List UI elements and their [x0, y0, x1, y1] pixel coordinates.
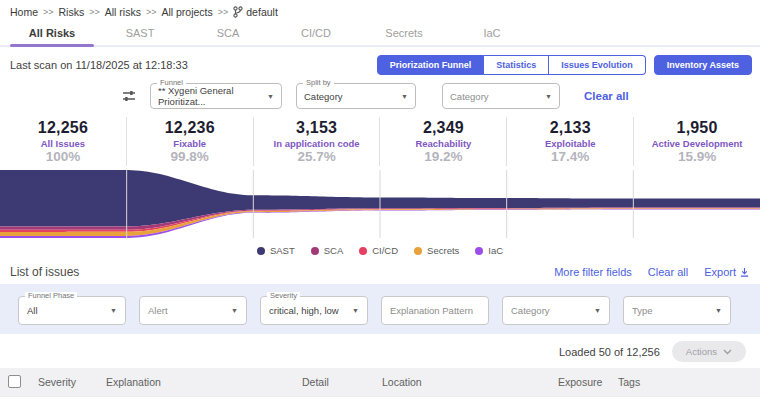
severity-label: Severity: [267, 292, 300, 300]
chevron-down-icon: ▼: [352, 307, 359, 314]
stat-label: Exploitable: [507, 138, 633, 149]
more-filter-fields-link[interactable]: More filter fields: [554, 266, 632, 278]
tab-cicd[interactable]: CI/CD: [272, 23, 360, 45]
stat-value: 2,133: [507, 119, 633, 137]
stat-percent: 17.4%: [507, 149, 633, 164]
severity-filter[interactable]: Severity critical, high, low ▼: [260, 296, 368, 325]
clear-all-link[interactable]: Clear all: [584, 90, 629, 102]
funnel-phase-filter[interactable]: Funnel Phase All ▼: [18, 296, 126, 325]
category-placeholder: Category: [511, 305, 550, 316]
breadcrumb-all-projects[interactable]: All projects: [161, 6, 212, 18]
legend-item-cicd[interactable]: CI/CD: [359, 245, 398, 256]
loaded-count: Loaded 50 of 12,256: [559, 346, 660, 358]
chevron-down-icon: ▼: [231, 307, 238, 314]
severity-value: critical, high, low: [269, 305, 339, 316]
funnel-phase-label: Funnel Phase: [25, 292, 77, 300]
priorization-funnel-button[interactable]: Priorization Funnel: [377, 55, 485, 75]
stat-percent: 100%: [0, 149, 126, 164]
stat-value: 1,950: [634, 119, 760, 137]
funnel-stats: 12,256 All Issues 100% 12,236 Fixable 99…: [0, 115, 760, 170]
issue-filters: Funnel Phase All ▼ Alert ▼ Severity crit…: [0, 284, 760, 334]
column-detail[interactable]: Detail: [302, 376, 382, 388]
stat-label: Reachability: [380, 138, 506, 149]
branch-name: default: [246, 6, 278, 18]
type-placeholder: Type: [632, 305, 653, 316]
legend-item-iac[interactable]: IaC: [475, 245, 503, 256]
legend-item-secrets[interactable]: Secrets: [414, 245, 459, 256]
view-toggle: Priorization Funnel Statistics Issues Ev…: [377, 55, 752, 75]
actions-label: Actions: [686, 346, 717, 357]
column-tags[interactable]: Tags: [618, 376, 736, 388]
last-scan-info: Last scan on 11/18/2025 at 12:18:33: [10, 59, 188, 71]
tune-filter-icon[interactable]: [122, 89, 136, 103]
alert-filter[interactable]: Alert ▼: [139, 296, 247, 325]
tab-sca[interactable]: SCA: [184, 23, 272, 45]
funnel-select[interactable]: Funnel ** Xygeni General Prioritizat... …: [150, 83, 282, 109]
split-by-label: Split by: [303, 79, 334, 87]
legend-label: IaC: [488, 245, 503, 256]
statistics-button[interactable]: Statistics: [484, 55, 549, 75]
chevron-down-icon: ▼: [259, 93, 274, 100]
legend-item-sast[interactable]: SAST: [257, 245, 295, 256]
stat-value: 12,236: [127, 119, 253, 137]
stat-label: Active Development: [634, 138, 760, 149]
breadcrumb-separator: >>: [43, 7, 54, 17]
stat-all-issues[interactable]: 12,256 All Issues 100%: [0, 117, 127, 166]
column-explanation[interactable]: Explanation: [106, 376, 302, 388]
chart-legend: SAST SCA CI/CD Secrets IaC: [0, 238, 760, 258]
chevron-down-icon: [723, 349, 732, 355]
stat-percent: 19.2%: [380, 149, 506, 164]
tab-secrets[interactable]: Secrets: [360, 23, 448, 45]
stat-fixable[interactable]: 12,236 Fixable 99.8%: [127, 117, 254, 166]
column-location[interactable]: Location: [382, 376, 558, 388]
explanation-pattern-filter[interactable]: [381, 296, 489, 325]
stat-percent: 25.7%: [254, 149, 380, 164]
legend-dot: [257, 247, 265, 255]
inventory-assets-button[interactable]: Inventory Assets: [654, 55, 752, 75]
stat-in-application-code[interactable]: 3,153 In application code 25.7%: [254, 117, 381, 166]
export-label: Export: [704, 266, 736, 278]
issue-row[interactable]: critical ## Duplicate Advisory This advi…: [0, 396, 760, 405]
category-select[interactable]: Category ▼: [442, 83, 560, 109]
select-all-checkbox[interactable]: [8, 375, 21, 388]
legend-label: CI/CD: [372, 245, 398, 256]
chevron-down-icon: ▼: [110, 307, 117, 314]
legend-dot: [359, 247, 367, 255]
priorization-funnel-chart: [0, 170, 760, 238]
breadcrumb-separator: >>: [218, 7, 229, 17]
split-by-select[interactable]: Split by Category ▼: [296, 83, 416, 109]
tab-all-risks[interactable]: All Risks: [8, 23, 96, 45]
split-by-value: Category: [304, 91, 343, 102]
stat-active-development[interactable]: 1,950 Active Development 15.9%: [634, 117, 760, 166]
issues-evolution-button[interactable]: Issues Evolution: [549, 55, 646, 75]
tab-sast[interactable]: SAST: [96, 23, 184, 45]
list-of-issues-title: List of issues: [10, 265, 79, 279]
legend-item-sca[interactable]: SCA: [311, 245, 344, 256]
category-select-placeholder: Category: [450, 91, 489, 102]
stat-reachability[interactable]: 2,349 Reachability 19.2%: [380, 117, 507, 166]
branch-selector[interactable]: default: [233, 6, 278, 18]
breadcrumb-home[interactable]: Home: [10, 6, 38, 18]
tab-iac[interactable]: IaC: [448, 23, 536, 45]
explanation-pattern-input[interactable]: [390, 305, 480, 316]
column-severity[interactable]: Severity: [38, 376, 84, 388]
stat-value: 2,349: [380, 119, 506, 137]
funnel-select-label: Funnel: [157, 79, 186, 87]
breadcrumb-risks[interactable]: Risks: [59, 6, 85, 18]
chevron-down-icon: ▼: [594, 307, 601, 314]
stat-label: In application code: [254, 138, 380, 149]
column-exposure[interactable]: Exposure: [558, 376, 618, 388]
breadcrumb-all-risks[interactable]: All risks: [105, 6, 141, 18]
type-filter[interactable]: Type ▼: [623, 296, 731, 325]
risk-tabs: All Risks SAST SCA CI/CD Secrets IaC: [0, 23, 760, 47]
export-button[interactable]: Export: [704, 266, 750, 278]
stat-exploitable[interactable]: 2,133 Exploitable 17.4%: [507, 117, 634, 166]
breadcrumb-separator: >>: [146, 7, 157, 17]
chevron-down-icon: ▼: [537, 93, 552, 100]
clear-all-filters-link[interactable]: Clear all: [648, 266, 688, 278]
category-filter[interactable]: Category ▼: [502, 296, 610, 325]
actions-button[interactable]: Actions: [672, 341, 746, 362]
stat-percent: 15.9%: [634, 149, 760, 164]
stat-label: Fixable: [127, 138, 253, 149]
chevron-down-icon: ▼: [715, 307, 722, 314]
